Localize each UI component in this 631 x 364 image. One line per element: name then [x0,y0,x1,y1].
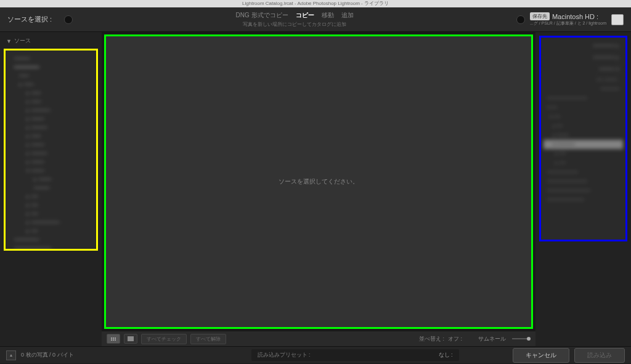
panel-section[interactable]: ━━━━━━━ ▸ [543,40,623,52]
import-button[interactable]: 読み込み [574,348,625,363]
tree-item[interactable]: ━━━━━━━━━━ [543,168,623,177]
tree-item[interactable]: ▸ ━━ [543,158,623,168]
tree-item[interactable]: ▸ ━━━━ [9,115,92,123]
footer-bar: ▴ 0 枚の写真 / 0 バイト 読み込みプリセット : なし : キャンセル … [0,346,631,363]
preview-grid-area: ソースを選択してください。 [104,34,533,329]
app-title: Lightroom Catalog.lrcat - Adobe Photosho… [242,1,389,6]
tree-item[interactable]: ▸ ━━━━━ [9,123,92,132]
left-panel: ▼ ソース ━━━━━ ━━━━━━━━ ━━━ ▸ ━━━ ▸ ━━━ ▸ ━… [0,32,102,346]
sort-value[interactable]: オフ : [448,335,462,343]
tree-item[interactable]: ▸ ━━━━ [9,140,92,149]
tree-item[interactable]: ▾ ━━━━ [9,166,92,175]
window-title-bar: Lightroom Catalog.lrcat - Adobe Photosho… [0,0,631,7]
destination-badge: 保存先 [530,12,550,20]
loupe-icon [128,336,134,341]
tree-item[interactable]: ▸ ━━━━━ [9,149,92,158]
cancel-button[interactable]: キャンセル [513,348,569,363]
preset-value[interactable]: なし : [439,351,453,359]
mode-subtitle: 写真を新しい場所にコピーしてカタログに追加 [73,21,516,28]
tree-item[interactable]: ▸ ━━ [9,209,92,218]
thumbnail-size-slider[interactable] [512,338,531,339]
tree-item[interactable]: ▸ ━━━━━━━━━ [9,218,92,227]
import-header: ソースを選択 : DNG 形式でコピー コピー 移動 追加 写真を新しい場所にコ… [0,7,631,32]
tree-item[interactable]: ▸ ━━━ [9,80,92,89]
tree-item[interactable]: ▸ ━━━━ [543,131,623,140]
drive-icon [611,14,624,25]
panel-section[interactable]: ━━━━━ ▾ [543,63,623,75]
destination-settings[interactable]: ━━━━━━━ ▸ ━━━━━━━ ▸ ━━━━━ ▾ ━━ ━━━━ : ━━… [539,36,627,241]
tree-item[interactable]: ━━━━━━━━━━━━━━ [543,186,623,195]
source-panel-header[interactable]: ▼ ソース [2,34,99,47]
tree-item[interactable]: ▾ ━━ [543,103,623,112]
tree-item[interactable]: ━━━━━ [9,54,92,63]
tree-item[interactable]: ━━━━━ [9,184,92,192]
mode-move[interactable]: 移動 [322,11,334,20]
preview-toolbar: すべてチェック すべて解除 並べ替え : オフ : サムネール [102,331,535,346]
import-preset-bar[interactable]: 読み込みプリセット : なし : [251,349,459,361]
tree-item[interactable]: ▸ ━━ [543,149,623,158]
destination-path: ...グ / PSLR / 記事草案 / と 2 / lightroom [530,20,606,26]
source-select-label[interactable]: ソースを選択 : [7,15,52,24]
photo-count-label: 0 枚の写真 / 0 バイト [21,351,74,359]
tree-item[interactable]: ▸ ━━ [9,201,92,209]
check-all-button[interactable]: すべてチェック [141,334,187,344]
tree-item[interactable]: ━━━━━━━━ [9,235,92,244]
tree-item[interactable]: ━━━━━━━━━━━━ [543,195,623,204]
chevron-up-icon: ▴ [10,352,12,358]
tree-item[interactable]: ▸ ━━━ [9,89,92,97]
right-panel: ━━━━━━━ ▸ ━━━━━━━ ▸ ━━━━━ ▾ ━━ ━━━━ : ━━… [535,32,631,346]
mode-add[interactable]: 追加 [341,11,354,20]
sort-label: 並べ替え : [419,335,444,343]
tree-item[interactable]: ▸ ━━━━ [9,175,92,184]
tree-item[interactable]: ▸ ━━━━━━ [9,106,92,115]
setting-row[interactable]: ━━ ━━━━ : [543,75,623,84]
grid-view-button[interactable] [107,334,120,344]
destination-label[interactable]: Macintosh HD : [552,13,598,20]
preset-label: 読み込みプリセット : [258,351,311,359]
tree-item[interactable]: ━━━━━━━━━━━━ [9,244,92,251]
setting-row[interactable]: ━━━━━━━━━━━━━ [543,94,623,103]
tree-item[interactable]: ▸ ━━ [9,192,92,201]
tree-item[interactable]: ▸ ━━━ [9,132,92,140]
loupe-view-button[interactable] [124,334,137,344]
uncheck-all-button[interactable]: すべて解除 [190,334,226,344]
empty-state-message: ソースを選択してください。 [279,177,359,186]
nav-arrow-right-icon[interactable] [516,15,525,24]
mode-dng-copy[interactable]: DNG 形式でコピー [236,11,288,20]
panel-section[interactable]: ━━━━━━━ ▸ [543,52,623,63]
tree-item[interactable]: ━━━ [9,71,92,80]
grid-icon [111,338,116,341]
tree-item[interactable]: ▸ ━━━ [9,97,92,106]
tree-item[interactable]: ▸ ━━ [9,227,92,235]
tree-item[interactable]: ▸ ━━━━ [9,158,92,166]
mode-copy[interactable]: コピー [296,11,314,20]
tree-item-selected[interactable]: ▾ ━━━━━━ [543,140,623,149]
setting-row[interactable]: ━━━━━━ [543,84,623,94]
thumbnail-size-label: サムネール [478,335,506,343]
nav-arrow-left-icon[interactable] [64,15,73,24]
tree-item[interactable]: ▾ ━━ [543,112,623,121]
tree-item[interactable]: ━━━━━━━━━━━━━ [543,177,623,186]
source-tree[interactable]: ━━━━━ ━━━━━━━━ ━━━ ▸ ━━━ ▸ ━━━ ▸ ━━━ ▸ ━… [4,49,98,251]
disclosure-triangle-icon: ▼ [6,38,12,44]
tree-item[interactable]: ▸ ━━ [543,121,623,131]
expand-button[interactable]: ▴ [6,350,16,360]
tree-item[interactable]: ━━━━━━━━ [9,63,92,71]
